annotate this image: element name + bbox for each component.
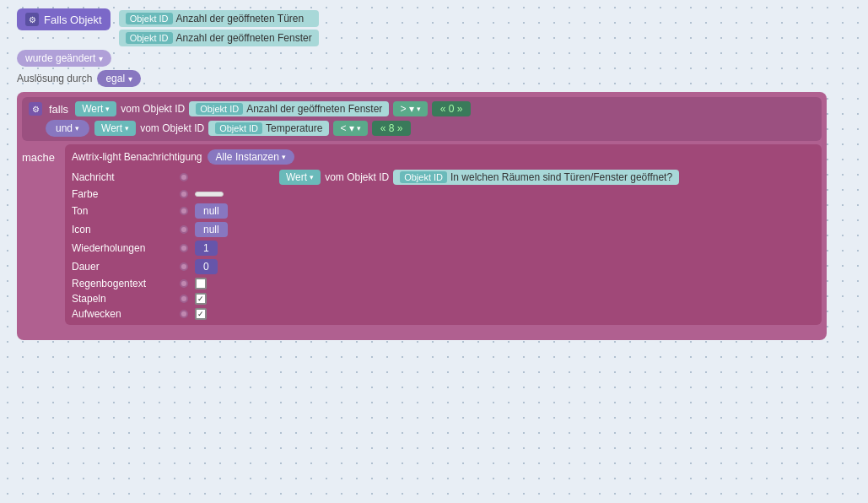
bottom-connector <box>22 328 123 335</box>
falls-objekt-block: ⚙ Falls Objekt <box>17 8 111 30</box>
connector-stapeln <box>180 295 188 303</box>
connector-ton <box>180 207 188 215</box>
notif-fields: Nachricht Wert vom Objekt ID Objekt ID I… <box>72 170 815 320</box>
objekt-value-c2: Temperature <box>266 122 322 134</box>
objekt-id-row-1: Objekt ID Anzahl der geöffneten Fenster <box>119 30 319 46</box>
ausloesung-label: Auslösung durch <box>17 73 92 84</box>
notif-row-ton: Ton null <box>72 203 815 219</box>
nachricht-vom-label: vom Objekt ID <box>325 171 389 183</box>
vom-label-1: vom Objekt ID <box>121 103 185 115</box>
objekt-id-label-0: Objekt ID <box>126 13 173 24</box>
value-text-2: « 8 » <box>380 122 403 134</box>
instanzen-label: Alle Instanzen <box>216 151 279 163</box>
wert-label-1: Wert <box>82 103 103 115</box>
condition-1: Wert vom Objekt ID Objekt ID Anzahl der … <box>75 101 471 116</box>
connector-aufwecken <box>180 310 188 318</box>
operator-label-1: > ▾ <box>400 103 413 115</box>
value-pill-1: « 0 » <box>432 101 472 116</box>
objekt-value-c1: Anzahl der geöffneten Fenster <box>246 103 382 115</box>
aufwecken-checkbox[interactable] <box>195 308 207 320</box>
objekt-id-list: Objekt ID Anzahl der geöffneten Türen Ob… <box>119 10 319 46</box>
label-stapeln: Stapeln <box>72 293 173 305</box>
connector-regenbogentext <box>180 279 188 288</box>
label-farbe: Farbe <box>72 188 173 200</box>
notif-title: Awtrix-light Benachrichtigung <box>72 151 202 163</box>
falls-block: ⚙ falls Wert vom Objekt ID Objekt ID Anz… <box>22 97 822 141</box>
wurde-geaendert-label: wurde geändert <box>25 52 95 64</box>
value-pill-2: « 8 » <box>372 121 412 136</box>
dauer-value: 0 <box>195 259 218 274</box>
nachricht-objekt-id-label: Objekt ID <box>400 171 447 183</box>
trigger-row: wurde geändert <box>17 50 827 67</box>
nachricht-objekt-value: In welchen Räumen sind Türen/Fenster geö… <box>450 171 672 183</box>
outer-block: ⚙ falls Wert vom Objekt ID Objekt ID Anz… <box>17 92 827 340</box>
value-text-1: « 0 » <box>440 103 463 115</box>
mache-label: mache <box>22 144 60 164</box>
connector-dauer <box>180 262 188 271</box>
condition-2-row: und Wert vom Objekt ID Objekt ID Tempera… <box>29 120 815 137</box>
falls-label: falls <box>49 103 68 116</box>
notif-row-aufwecken: Aufwecken <box>72 308 815 320</box>
notif-row-farbe: Farbe <box>72 188 815 200</box>
falls-objekt-label: Falls Objekt <box>44 14 102 26</box>
objekt-id-value-1: Anzahl der geöffneten Fenster <box>176 32 312 44</box>
objekt-id-pill-1: Objekt ID Anzahl der geöffneten Fenster <box>189 101 389 116</box>
wert-dropdown-1[interactable]: Wert <box>75 101 116 116</box>
und-dropdown[interactable]: und <box>46 120 89 137</box>
egal-label: egal <box>105 73 125 84</box>
egal-dropdown[interactable]: egal <box>97 70 141 87</box>
objekt-id-pill-2: Objekt ID Temperature <box>208 121 329 136</box>
connector-wiederholungen <box>180 244 188 252</box>
label-regenbogentext: Regenbogentext <box>72 278 173 289</box>
objekt-id-label-1: Objekt ID <box>126 32 173 44</box>
objekt-id-label-c2: Objekt ID <box>215 122 262 134</box>
objekt-id-label-c1: Objekt ID <box>196 103 243 115</box>
operator-dropdown-2[interactable]: < ▾ <box>333 121 367 136</box>
notif-header: Awtrix-light Benachrichtigung Alle Insta… <box>72 149 815 165</box>
ausloesung-row: Auslösung durch egal <box>17 70 827 87</box>
operator-dropdown-1[interactable]: > ▾ <box>393 101 427 116</box>
nachricht-wert-label: Wert <box>286 171 307 183</box>
wert-dropdown-2[interactable]: Wert <box>94 121 136 136</box>
nachricht-value-block: Wert vom Objekt ID Objekt ID In welchen … <box>279 170 679 185</box>
nachricht-objekt-pill: Objekt ID In welchen Räumen sind Türen/F… <box>393 170 679 185</box>
vom-label-2: vom Objekt ID <box>140 122 204 134</box>
notif-row-wiederholungen: Wiederholungen 1 <box>72 241 815 256</box>
condition-2: Wert vom Objekt ID Objekt ID Temperature… <box>94 121 411 136</box>
operator-label-2: < ▾ <box>340 122 353 134</box>
regenbogentext-checkbox[interactable] <box>195 278 207 289</box>
label-nachricht: Nachricht <box>72 171 173 183</box>
notif-row-stapeln: Stapeln <box>72 293 815 305</box>
notif-row-icon: Icon null <box>72 222 815 237</box>
label-ton: Ton <box>72 205 173 217</box>
mache-section: mache Awtrix-light Benachrichtigung Alle… <box>22 144 822 325</box>
icon-value: null <box>195 222 228 237</box>
wert-label-2: Wert <box>101 122 122 134</box>
ton-value: null <box>195 203 228 219</box>
falls-header: ⚙ falls Wert vom Objekt ID Objekt ID Anz… <box>29 101 815 116</box>
instanzen-dropdown[interactable]: Alle Instanzen <box>208 149 294 165</box>
connector-nachricht <box>180 173 188 181</box>
label-dauer: Dauer <box>72 261 173 273</box>
objekt-id-value-0: Anzahl der geöffneten Türen <box>176 13 305 24</box>
connector-icon <box>180 225 188 234</box>
notification-block: Awtrix-light Benachrichtigung Alle Insta… <box>65 144 822 325</box>
label-icon: Icon <box>72 224 173 235</box>
farbe-value[interactable] <box>195 192 224 197</box>
gear-icon: ⚙ <box>25 13 39 26</box>
objekt-id-row-0: Objekt ID Anzahl der geöffneten Türen <box>119 10 319 27</box>
label-aufwecken: Aufwecken <box>72 308 173 320</box>
notif-row-dauer: Dauer 0 <box>72 259 815 274</box>
wurde-geaendert-dropdown[interactable]: wurde geändert <box>17 50 111 67</box>
wiederholungen-value: 1 <box>195 241 218 256</box>
notif-row-nachricht: Nachricht Wert vom Objekt ID Objekt ID I… <box>72 170 815 185</box>
label-wiederholungen: Wiederholungen <box>72 242 173 254</box>
nachricht-wert-pill[interactable]: Wert <box>279 170 321 185</box>
connector-farbe <box>180 190 188 198</box>
notif-row-regenbogentext: Regenbogentext <box>72 278 815 289</box>
falls-gear-icon: ⚙ <box>29 102 42 116</box>
und-label: und <box>56 122 73 134</box>
stapeln-checkbox[interactable] <box>195 293 207 305</box>
